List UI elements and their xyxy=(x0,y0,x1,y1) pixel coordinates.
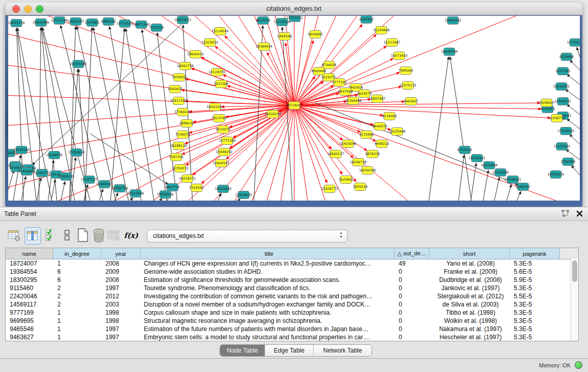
combo-stepper-icon[interactable]: ▲▼ xyxy=(339,231,343,239)
table-cell[interactable]: 1997 xyxy=(101,284,141,292)
graph-node[interactable]: 12354972 xyxy=(172,165,189,172)
table-cell[interactable]: 5.3E-5 xyxy=(510,333,560,341)
graph-node[interactable]: 12128370 xyxy=(209,69,226,76)
graph-node[interactable]: 9886032 xyxy=(180,120,194,127)
table-cell[interactable]: 9777169 xyxy=(6,309,53,317)
graph-node[interactable]: 16022859 xyxy=(215,185,232,193)
table-cell[interactable]: 6 xyxy=(53,276,101,284)
graph-node[interactable]: 17030021 xyxy=(505,176,521,184)
table-cell[interactable]: 14569117 xyxy=(6,300,53,309)
graph-node[interactable]: 1823743 xyxy=(212,115,226,122)
network-canvas[interactable]: 1405572420691406197211941065324715276026… xyxy=(8,16,580,201)
graph-node[interactable]: 16648784 xyxy=(441,48,458,56)
table-cell[interactable]: 1 xyxy=(53,309,101,317)
table-cell[interactable]: 9115460 xyxy=(6,284,53,292)
graph-node[interactable]: 8216060 xyxy=(382,113,397,120)
table-cell[interactable]: 5.9E-5 xyxy=(510,276,560,284)
table-cell[interactable]: 2008 xyxy=(101,276,141,284)
table-cell[interactable]: Franke et al. (2009) xyxy=(429,268,510,276)
table-cell[interactable]: Genome-wide association studies in ADHD. xyxy=(141,268,395,276)
table-row[interactable]: 1456911722003Disruption of a novel membe… xyxy=(6,300,578,309)
graph-node[interactable]: 6793919 xyxy=(458,146,472,154)
graph-node[interactable]: 3624574 xyxy=(357,90,372,98)
float-panel-icon[interactable] xyxy=(561,210,569,217)
graph-node[interactable]: 10025488 xyxy=(389,128,406,136)
function-builder-icon[interactable]: f(x) xyxy=(123,227,139,244)
graph-node[interactable]: 9510579 xyxy=(216,126,230,134)
table-cell[interactable]: Structural magnetic resonance image aver… xyxy=(141,317,395,325)
table-cell[interactable]: Embryonic stem cells: a model to study s… xyxy=(141,333,395,341)
table-cell[interactable]: 49 xyxy=(395,259,429,268)
close-panel-icon[interactable] xyxy=(576,210,583,217)
table-cell[interactable]: 5.3E-5 xyxy=(510,284,560,292)
column-header-4[interactable]: △ out_de… xyxy=(395,248,429,259)
graph-node[interactable]: 16958167 xyxy=(96,181,113,188)
column-chooser-icon[interactable] xyxy=(25,227,41,245)
graph-node[interactable]: 9329966 xyxy=(559,53,574,61)
table-cell[interactable]: 5.3E-5 xyxy=(510,259,560,268)
graph-node[interactable]: 2087682 xyxy=(359,16,374,24)
graph-node[interactable]: 9245302 xyxy=(516,183,530,191)
table-row[interactable]: 969969511998Structural magnetic resonanc… xyxy=(6,317,578,325)
column-header-2[interactable]: year xyxy=(101,248,141,259)
graph-node[interactable]: 12975115 xyxy=(400,82,417,90)
table-row[interactable]: 977716911998Corpus callosum shape and si… xyxy=(6,309,578,317)
table-cell[interactable]: 22420046 xyxy=(6,292,53,300)
graph-node[interactable]: 9227343 xyxy=(556,68,570,75)
graph-node[interactable]: 16046798 xyxy=(350,159,367,166)
table-settings-icon[interactable] xyxy=(7,227,22,244)
table-cell[interactable]: 18724007 xyxy=(6,259,53,268)
table-cell[interactable]: Investigating the contribution of common… xyxy=(141,292,395,300)
column-header-6[interactable]: pagerank xyxy=(510,248,560,259)
graph-node[interactable]: 10807487 xyxy=(369,95,386,103)
table-cell[interactable]: 1 xyxy=(53,333,101,341)
graph-node[interactable]: 10973493 xyxy=(391,52,408,60)
table-cell[interactable]: 6 xyxy=(53,268,101,276)
graph-node[interactable]: 16853813 xyxy=(175,16,191,24)
table-cell[interactable]: Tourette syndrome. Phenomenology and cla… xyxy=(141,284,395,292)
graph-node[interactable]: 11012002 xyxy=(554,143,571,150)
graph-node[interactable]: 16099348 xyxy=(359,167,376,174)
graph-node[interactable]: 1609144 xyxy=(353,183,367,191)
table-cell[interactable]: 2008 xyxy=(101,259,141,268)
memory-ok-icon[interactable] xyxy=(575,361,582,369)
table-cell[interactable]: Tibbo et al. (1998) xyxy=(429,309,510,317)
table-cell[interactable]: 5.5E-5 xyxy=(510,292,560,300)
table-cell[interactable]: 0 xyxy=(395,268,429,276)
graph-node[interactable]: 9777169 xyxy=(332,79,346,86)
column-header-3[interactable]: title xyxy=(141,248,395,259)
table-cell[interactable]: 2 xyxy=(53,284,101,292)
table-row[interactable]: 1938455462009Genome-wide association stu… xyxy=(6,268,578,276)
graph-node[interactable]: 20053346 xyxy=(70,60,87,68)
table-row[interactable]: 946554611997Estimation of the future num… xyxy=(6,325,578,333)
select-columns-icon[interactable] xyxy=(43,227,58,244)
table-row[interactable]: 911546021997Tourette syndrome. Phenomeno… xyxy=(6,284,578,292)
table-cell[interactable]: 0 xyxy=(395,309,429,317)
table-row[interactable]: 946362711997Embryonic stem cells: a mode… xyxy=(6,333,578,341)
graph-node[interactable]: 17030020 xyxy=(558,127,575,135)
graph-node[interactable]: 6794024 xyxy=(322,61,336,69)
graph-node[interactable]: 9699695 xyxy=(308,31,322,38)
column-header-0[interactable]: name xyxy=(6,248,53,259)
table-row[interactable]: 1830029562008Estimation of significance … xyxy=(6,276,578,284)
scrollbar-thumb[interactable] xyxy=(572,260,577,282)
graph-node[interactable]: 12924630 xyxy=(235,191,252,199)
graph-node[interactable]: 12811587 xyxy=(170,97,187,105)
graph-node[interactable]: 18565246 xyxy=(157,191,174,199)
table-cell[interactable]: 1 xyxy=(53,259,101,268)
table-cell[interactable]: Corpus callosum shape and size in male p… xyxy=(141,309,395,317)
delete-table-icon[interactable] xyxy=(91,227,106,244)
graph-node[interactable]: 9463627 xyxy=(404,98,418,105)
table-cell[interactable]: 5.3E-5 xyxy=(510,300,560,309)
table-cell[interactable]: 19384554 xyxy=(6,268,53,276)
column-header-1[interactable]: in_degree xyxy=(53,248,101,259)
graph-node[interactable]: 8813054 xyxy=(256,17,270,25)
table-cell[interactable]: Stergiakouli et al. (2012) xyxy=(429,292,510,300)
graph-node[interactable]: 12213967 xyxy=(384,39,401,47)
table-cell[interactable]: 2012 xyxy=(101,292,141,300)
graph-node[interactable]: 19245302 xyxy=(469,155,486,162)
table-cell[interactable]: 2009 xyxy=(101,268,141,276)
graph-node[interactable]: 10719195 xyxy=(117,20,134,28)
graph-node[interactable]: 12923446 xyxy=(127,190,144,198)
table-cell[interactable]: 5.3E-5 xyxy=(510,325,560,333)
